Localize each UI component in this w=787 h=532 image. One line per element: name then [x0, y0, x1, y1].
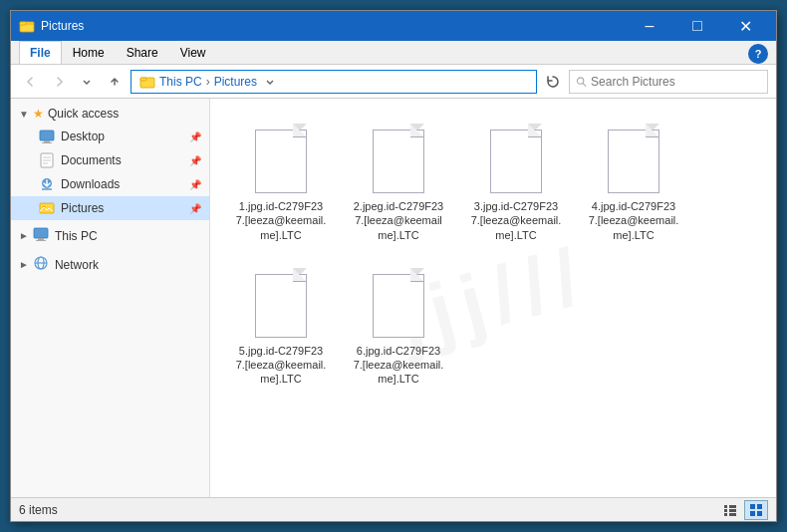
svg-rect-26	[729, 505, 736, 508]
desktop-icon	[39, 129, 55, 144]
file-item[interactable]: 3.jpg.id-C279F237.[leeza@keemail.me].LTC	[461, 115, 571, 251]
svg-point-4	[577, 77, 583, 83]
file-icon	[369, 268, 428, 338]
address-bar: This PC › Pictures	[11, 65, 776, 99]
window-title: Pictures	[41, 19, 627, 33]
pin-icon: 📌	[189, 132, 201, 142]
svg-rect-18	[38, 238, 44, 240]
svg-rect-29	[750, 504, 755, 509]
main-area: ▼ ★ Quick access Desktop 📌 Documents	[11, 99, 776, 497]
svg-rect-15	[40, 203, 54, 213]
sidebar-header-this-pc[interactable]: ► This PC	[11, 222, 209, 249]
file-icon	[486, 124, 546, 193]
svg-rect-7	[44, 140, 50, 142]
file-name: 2.jpeg.id-C279F237.[leeza@keemailme].LTC	[353, 199, 444, 242]
window-controls: – □ ✕	[627, 11, 768, 41]
window-icon	[19, 18, 35, 34]
sidebar: ▼ ★ Quick access Desktop 📌 Documents	[11, 99, 210, 497]
file-item[interactable]: 5.jpg.id-C279F237.[leeza@keemail.me].LTC	[226, 259, 336, 396]
svg-line-5	[583, 83, 586, 86]
chevron-down-icon: ▼	[19, 109, 29, 120]
sidebar-header-network[interactable]: ► Network	[11, 251, 209, 278]
file-explorer-window: Pictures – □ ✕ File Home Share View ?	[10, 10, 777, 522]
item-count: 6 items	[19, 503, 58, 517]
search-input[interactable]	[591, 75, 761, 89]
sidebar-section-network: ► Network	[11, 251, 209, 278]
search-icon	[576, 76, 587, 88]
svg-rect-30	[757, 504, 762, 509]
svg-rect-19	[36, 240, 46, 241]
back-button[interactable]	[19, 70, 43, 94]
minimize-button[interactable]: –	[627, 11, 672, 41]
file-item[interactable]: 2.jpeg.id-C279F237.[leeza@keemailme].LTC	[344, 115, 453, 251]
file-icon	[251, 268, 311, 338]
dropdown-button[interactable]	[75, 70, 99, 94]
svg-rect-25	[724, 513, 727, 516]
maximize-button[interactable]: □	[674, 11, 720, 41]
svg-rect-27	[729, 509, 736, 512]
svg-rect-23	[724, 505, 727, 508]
file-area: jjj/// 1.jpg.id-C279F237.[leeza@keemail.…	[210, 99, 776, 497]
svg-rect-1	[20, 22, 26, 25]
file-item[interactable]: 1.jpg.id-C279F237.[leeza@keemail.me].LTC	[226, 115, 336, 251]
path-pictures[interactable]: Pictures	[214, 75, 257, 89]
path-this-pc[interactable]: This PC	[159, 75, 202, 89]
sidebar-item-desktop[interactable]: Desktop 📌	[11, 125, 209, 148]
refresh-button[interactable]	[541, 70, 565, 94]
file-icon	[369, 124, 428, 193]
sidebar-section-quick-access: ▼ ★ Quick access Desktop 📌 Documents	[11, 103, 209, 220]
tab-file[interactable]: File	[19, 41, 62, 64]
sidebar-label-pictures: Pictures	[61, 201, 104, 215]
close-button[interactable]: ✕	[722, 11, 768, 41]
title-bar: Pictures – □ ✕	[11, 11, 776, 41]
forward-button[interactable]	[47, 70, 71, 94]
file-icon	[251, 124, 311, 193]
pictures-icon	[39, 200, 55, 216]
address-path[interactable]: This PC › Pictures	[131, 70, 537, 94]
file-name: 6.jpg.id-C279F237.[leeza@keemail.me].LTC	[353, 344, 444, 387]
documents-icon	[39, 152, 55, 168]
file-icon	[604, 124, 663, 193]
pin-icon-pics: 📌	[189, 203, 201, 214]
sidebar-label-documents: Documents	[61, 153, 122, 167]
view-controls	[718, 500, 768, 520]
svg-rect-17	[34, 228, 48, 238]
svg-rect-8	[42, 142, 52, 143]
tab-share[interactable]: Share	[116, 41, 169, 64]
star-icon: ★	[33, 107, 44, 121]
sidebar-label-quick-access: Quick access	[48, 107, 119, 121]
pin-icon-docs: 📌	[189, 155, 201, 166]
sidebar-label-downloads: Downloads	[61, 177, 120, 191]
file-name: 4.jpg.id-C279F237.[leeza@keemail.me].LTC	[588, 199, 679, 242]
tab-home[interactable]: Home	[62, 41, 116, 64]
svg-rect-24	[724, 509, 727, 512]
sidebar-item-downloads[interactable]: Downloads 📌	[11, 172, 209, 196]
sidebar-label-network: Network	[55, 258, 99, 272]
file-name: 5.jpg.id-C279F237.[leeza@keemail.me].LTC	[235, 344, 327, 387]
this-pc-icon	[33, 226, 49, 245]
file-name: 3.jpg.id-C279F237.[leeza@keemail.me].LTC	[470, 199, 562, 242]
sidebar-item-pictures[interactable]: Pictures 📌	[11, 196, 209, 220]
network-icon	[33, 255, 49, 274]
file-item[interactable]: 6.jpg.id-C279F237.[leeza@keemail.me].LTC	[344, 259, 453, 396]
sidebar-item-documents[interactable]: Documents 📌	[11, 148, 209, 172]
ribbon-tabs: File Home Share View ?	[11, 41, 776, 65]
svg-rect-31	[750, 511, 755, 516]
downloads-icon	[39, 176, 55, 192]
tab-view[interactable]: View	[169, 41, 217, 64]
svg-rect-32	[757, 511, 762, 516]
status-bar: 6 items	[11, 497, 776, 521]
list-view-button[interactable]	[718, 500, 742, 520]
up-button[interactable]	[103, 70, 127, 94]
svg-rect-3	[140, 78, 146, 81]
sidebar-label-desktop: Desktop	[61, 130, 105, 143]
file-name: 1.jpg.id-C279F237.[leeza@keemail.me].LTC	[235, 199, 327, 242]
help-button[interactable]: ?	[748, 44, 768, 64]
search-box[interactable]	[569, 70, 768, 94]
pin-icon-dl: 📌	[189, 179, 201, 190]
icon-view-button[interactable]	[744, 500, 768, 520]
svg-rect-6	[40, 131, 54, 140]
sidebar-header-quick-access[interactable]: ▼ ★ Quick access	[11, 103, 209, 125]
file-item[interactable]: 4.jpg.id-C279F237.[leeza@keemail.me].LTC	[579, 115, 688, 251]
chevron-right-icon-net: ►	[19, 259, 29, 270]
